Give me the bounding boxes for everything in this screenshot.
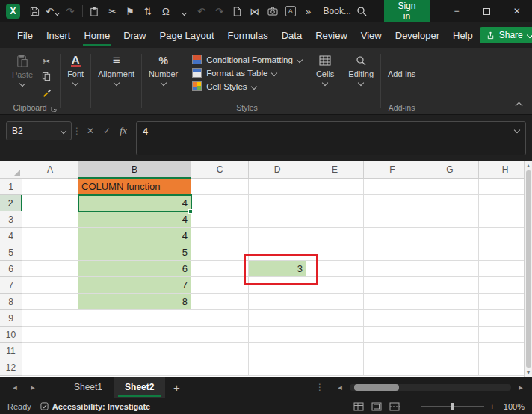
cell-G4[interactable] xyxy=(421,228,479,244)
cell-C4[interactable] xyxy=(191,228,249,244)
cell-C6[interactable] xyxy=(191,261,249,277)
cell-B11[interactable] xyxy=(78,343,191,359)
cell-F10[interactable] xyxy=(364,327,421,343)
cell-C1[interactable] xyxy=(191,179,249,195)
cell-F11[interactable] xyxy=(364,343,421,359)
cell-D2[interactable] xyxy=(249,195,306,211)
join-icon[interactable]: ⋈ xyxy=(246,1,264,21)
sign-in-button[interactable]: Sign in xyxy=(384,0,430,25)
cell-G2[interactable] xyxy=(421,195,479,211)
cell-F4[interactable] xyxy=(364,228,421,244)
scroll-up-icon[interactable]: ▴ xyxy=(527,162,530,169)
insert-function-button[interactable]: fx xyxy=(115,121,132,140)
cell-E2[interactable] xyxy=(306,195,364,211)
cell-B7[interactable]: 7 xyxy=(78,277,191,294)
cell-E1[interactable] xyxy=(306,179,364,195)
cell-B2[interactable]: 4 xyxy=(78,195,191,211)
zoom-level[interactable]: 100% xyxy=(501,402,525,411)
cell-E12[interactable] xyxy=(306,359,364,376)
sort-icon[interactable]: ⇅ xyxy=(139,1,157,21)
cell-B4[interactable]: 4 xyxy=(78,228,191,244)
cell-F12[interactable] xyxy=(364,359,421,376)
cell-C5[interactable] xyxy=(191,244,249,261)
cell-G9[interactable] xyxy=(421,310,479,327)
redo-icon-secondary[interactable]: ↷ xyxy=(210,1,228,21)
cell-F6[interactable] xyxy=(364,261,421,277)
cell-E3[interactable] xyxy=(306,211,364,228)
share-button[interactable]: Share xyxy=(480,27,532,43)
cell-A11[interactable] xyxy=(22,343,78,359)
formula-input[interactable]: 4 xyxy=(136,121,526,155)
cell-E10[interactable] xyxy=(306,327,364,343)
cell-B6[interactable]: 6 xyxy=(78,261,191,277)
cell-F1[interactable] xyxy=(364,179,421,195)
col-header-F[interactable]: F xyxy=(364,161,421,179)
scroll-left-icon[interactable]: ◂ xyxy=(335,383,345,392)
page-break-view-icon[interactable] xyxy=(389,402,400,411)
accessibility-status[interactable]: Accessibility: Investigate xyxy=(40,402,150,411)
page-layout-view-icon[interactable] xyxy=(371,402,382,411)
horizontal-scrollbar[interactable]: ◂ ▸ xyxy=(335,383,532,392)
cell-C10[interactable] xyxy=(191,327,249,343)
paste-button[interactable]: Paste xyxy=(12,54,33,102)
tabbar-splitter[interactable]: ⋮ xyxy=(305,382,335,392)
cell-B3[interactable]: 4 xyxy=(78,211,191,228)
cell-F3[interactable] xyxy=(364,211,421,228)
tab-developer[interactable]: Developer xyxy=(389,23,446,48)
cell-D11[interactable] xyxy=(249,343,306,359)
close-button[interactable]: ✕ xyxy=(502,0,532,22)
editing-dropdown-button[interactable]: Editing xyxy=(348,54,374,102)
redo-icon[interactable]: ↷ xyxy=(61,1,79,21)
cell-C3[interactable] xyxy=(191,211,249,228)
cell-G7[interactable] xyxy=(421,277,479,294)
scroll-down-icon[interactable]: ▾ xyxy=(527,369,530,376)
maximize-button[interactable] xyxy=(471,0,501,22)
row-header-8[interactable]: 8 xyxy=(0,294,22,310)
textbox-icon[interactable]: A xyxy=(282,1,300,21)
row-header-4[interactable]: 4 xyxy=(0,228,22,244)
tab-view[interactable]: View xyxy=(354,23,389,48)
cell-E9[interactable] xyxy=(306,310,364,327)
cell-G6[interactable] xyxy=(421,261,479,277)
flag-icon[interactable]: ⚑ xyxy=(121,1,139,21)
tab-insert[interactable]: Insert xyxy=(40,23,78,48)
tab-home[interactable]: Home xyxy=(77,23,117,48)
cell-G5[interactable] xyxy=(421,244,479,261)
font-dropdown-button[interactable]: A Font xyxy=(67,54,84,102)
cell-F9[interactable] xyxy=(364,310,421,327)
add-sheet-button[interactable]: + xyxy=(165,377,188,398)
select-all-corner[interactable] xyxy=(0,161,22,179)
cell-D6[interactable]: 3 xyxy=(249,261,306,277)
tab-file[interactable]: File xyxy=(10,23,40,48)
cell-E7[interactable] xyxy=(306,277,364,294)
camera-icon[interactable] xyxy=(264,1,282,21)
fill-handle[interactable] xyxy=(188,209,193,214)
cell-B5[interactable]: 5 xyxy=(78,244,191,261)
cut-icon[interactable]: ✂ xyxy=(103,1,121,21)
row-header-6[interactable]: 6 xyxy=(0,261,22,277)
toolbar-overflow-icon[interactable]: » xyxy=(300,1,318,21)
search-icon[interactable] xyxy=(351,0,372,22)
cell-D1[interactable] xyxy=(249,179,306,195)
cell-A7[interactable] xyxy=(22,277,78,294)
cell-A12[interactable] xyxy=(22,359,78,376)
horizontal-scroll-thumb[interactable] xyxy=(354,384,399,391)
cell-G8[interactable] xyxy=(421,294,479,310)
cell-D3[interactable] xyxy=(249,211,306,228)
vertical-scrollbar[interactable]: ▴ ▾ xyxy=(524,161,532,377)
vertical-scroll-thumb[interactable] xyxy=(526,170,531,368)
cell-D12[interactable] xyxy=(249,359,306,376)
cell-G1[interactable] xyxy=(421,179,479,195)
cell-A8[interactable] xyxy=(22,294,78,310)
addins-button[interactable]: Add-ins xyxy=(388,54,415,102)
cell-F7[interactable] xyxy=(364,277,421,294)
row-header-2[interactable]: 2 xyxy=(0,195,22,211)
cut-button[interactable]: ✂ xyxy=(40,55,53,67)
cell-A10[interactable] xyxy=(22,327,78,343)
cell-A5[interactable] xyxy=(22,244,78,261)
cell-F5[interactable] xyxy=(364,244,421,261)
col-header-G[interactable]: G xyxy=(421,161,479,179)
enter-button[interactable]: ✓ xyxy=(99,121,115,140)
cell-B9[interactable] xyxy=(78,310,191,327)
new-file-icon[interactable] xyxy=(228,1,246,21)
